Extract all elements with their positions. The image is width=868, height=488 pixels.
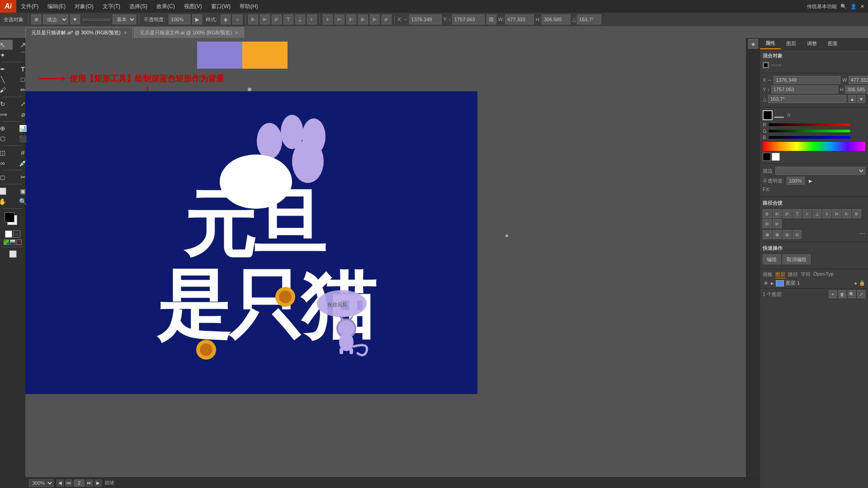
blue-canvas[interactable]: 元旦 是只猫 祝你元旦: [25, 91, 477, 394]
distrib-bottom-btn[interactable]: ⊬: [382, 14, 392, 24]
align-h-left[interactable]: ⊪: [763, 209, 772, 218]
props-scroll[interactable]: 混合对象 X ↔ W: [760, 50, 868, 488]
line-tool[interactable]: ╲: [0, 75, 13, 84]
x-input[interactable]: [409, 14, 442, 24]
stroke-type-select[interactable]: 基本: [113, 14, 136, 24]
width-tool[interactable]: ⟺: [0, 109, 13, 119]
gradient-tool[interactable]: ◫: [0, 148, 13, 158]
perspective-tool[interactable]: ⬛: [13, 134, 33, 144]
add-layer-btn[interactable]: +: [829, 290, 837, 298]
align-bottom-btn[interactable]: ⊦: [307, 14, 317, 24]
blend-tool[interactable]: ∞: [0, 158, 13, 168]
slice-tool[interactable]: ▣: [13, 186, 33, 196]
scale-tool[interactable]: ⤢: [13, 99, 33, 109]
align-right-btn[interactable]: ⊬: [272, 14, 282, 24]
tab-0-close[interactable]: ✕: [123, 30, 127, 35]
style-icon[interactable]: ◈: [221, 14, 231, 24]
last-page-btn[interactable]: ⏭: [86, 479, 93, 487]
r-track[interactable]: [769, 123, 850, 126]
menu-help[interactable]: 帮助(H): [235, 0, 263, 13]
first-page-btn[interactable]: ⏮: [65, 479, 72, 487]
distrib-v-center[interactable]: ⊫: [763, 219, 772, 228]
stroke-style-select[interactable]: 描边:: [43, 14, 68, 24]
distrib-h-center[interactable]: ⊨: [832, 209, 841, 218]
layers-tab-opentype[interactable]: OpenTyp: [813, 271, 834, 278]
menu-edit[interactable]: 编辑(E): [43, 0, 70, 13]
eyedropper-tool[interactable]: 💉: [13, 158, 33, 168]
reshape-tool[interactable]: ⌀: [13, 109, 33, 119]
style-circle[interactable]: ○: [232, 14, 242, 24]
next-page-btn[interactable]: ▶: [94, 479, 102, 487]
link-icon[interactable]: ⛓: [486, 14, 496, 24]
angle-input[interactable]: [577, 14, 601, 24]
stroke-weight-select[interactable]: ▼: [70, 14, 80, 24]
layers-tab-char[interactable]: 字符: [801, 271, 811, 278]
zoom-select[interactable]: 300%: [29, 479, 54, 487]
magic-wand-tool[interactable]: ✦: [0, 50, 13, 60]
color-thumb-2[interactable]: ◈: [748, 39, 758, 49]
more-options-icon[interactable]: ⋯: [859, 230, 865, 239]
page-num-input[interactable]: [74, 479, 85, 487]
paintbrush-tool[interactable]: 🖌: [0, 85, 13, 95]
props-tab-pattern[interactable]: 图案: [822, 38, 843, 49]
pen-tool[interactable]: ✒: [0, 64, 13, 74]
rotate-tool[interactable]: ↻: [0, 99, 13, 109]
search-icon[interactable]: 🔍: [840, 4, 847, 9]
distrib-v-bottom[interactable]: ⊬: [773, 219, 782, 228]
x-prop-input[interactable]: [774, 76, 840, 84]
black-swatch[interactable]: [763, 153, 771, 161]
transform-btn[interactable]: ⊞: [31, 14, 41, 24]
h-input[interactable]: [542, 14, 571, 24]
distrib-h-right[interactable]: ⊩: [842, 209, 851, 218]
props-tab-adjust[interactable]: 调整: [802, 38, 822, 49]
color-gradient-strip[interactable]: [763, 142, 865, 151]
menu-effect[interactable]: 效果(C): [152, 0, 179, 13]
menu-window[interactable]: 窗口(W): [207, 0, 235, 13]
w-prop-input[interactable]: [849, 76, 868, 84]
delete-layer-btn[interactable]: 🗑: [838, 290, 846, 298]
align-h-center[interactable]: ⊫: [773, 209, 782, 218]
stroke-type-dropdown[interactable]: [775, 167, 865, 175]
angle-down-btn[interactable]: ▼: [857, 95, 865, 103]
mesh-tool[interactable]: #: [13, 148, 33, 158]
type-tool[interactable]: T: [13, 64, 33, 74]
layers-tab-path[interactable]: 路径: [788, 271, 798, 278]
menu-select[interactable]: 选择(S): [125, 0, 152, 13]
layer-lock[interactable]: 🔒: [859, 280, 865, 286]
distrib-top-btn[interactable]: ⊪: [358, 14, 368, 24]
path-close-2[interactable]: ⊗: [773, 230, 782, 239]
h-prop-input[interactable]: [845, 85, 868, 94]
tab-1[interactable]: 元旦是只猫源文件.ai @ 100% (RGB/预览) ✕: [134, 27, 244, 38]
distrib-v-top[interactable]: ⊪: [852, 209, 861, 218]
distrib-left-btn[interactable]: ⊧: [323, 14, 333, 24]
fill-none[interactable]: [5, 230, 12, 238]
opacity-expand-btn[interactable]: ▶: [807, 178, 814, 184]
ungroup-btn[interactable]: 取消编组: [783, 254, 811, 264]
angle-prop-input[interactable]: [768, 95, 846, 103]
stroke-swatch-large[interactable]: [774, 117, 784, 118]
opacity-input[interactable]: [169, 14, 190, 24]
layers-tab-layers[interactable]: 图层: [775, 271, 785, 278]
align-left-btn[interactable]: ⊪: [248, 14, 258, 24]
foreground-color[interactable]: [5, 212, 14, 222]
align-top-btn[interactable]: ⊤: [283, 14, 293, 24]
w-input[interactable]: [505, 14, 534, 24]
close-btn[interactable]: ✕: [860, 4, 864, 9]
purple-swatch[interactable]: [197, 42, 242, 69]
artboard-tool[interactable]: ⬜: [0, 186, 13, 196]
align-center-v-btn[interactable]: ⊥: [295, 14, 305, 24]
selection-tool[interactable]: ↖: [0, 40, 13, 50]
y-input[interactable]: [452, 14, 485, 24]
props-tab-attributes[interactable]: 属性: [760, 38, 781, 49]
white-swatch[interactable]: [772, 153, 780, 161]
user-icon[interactable]: 👤: [850, 4, 857, 9]
path-close-4[interactable]: ⊙: [793, 230, 802, 239]
pencil-tool[interactable]: ✏: [13, 85, 33, 95]
menu-object[interactable]: 对象(O): [70, 0, 98, 13]
menu-view[interactable]: 视图(V): [179, 0, 207, 13]
fill-swatch-large[interactable]: [763, 110, 773, 120]
align-center-h-btn[interactable]: ⊫: [260, 14, 270, 24]
distrib-right-btn[interactable]: ⊩: [346, 14, 356, 24]
scissors-tool[interactable]: ✂: [13, 172, 33, 182]
tab-0[interactable]: 元旦是只猫讲解.ai* @ 300% (RGB/预览) ✕: [25, 27, 133, 38]
